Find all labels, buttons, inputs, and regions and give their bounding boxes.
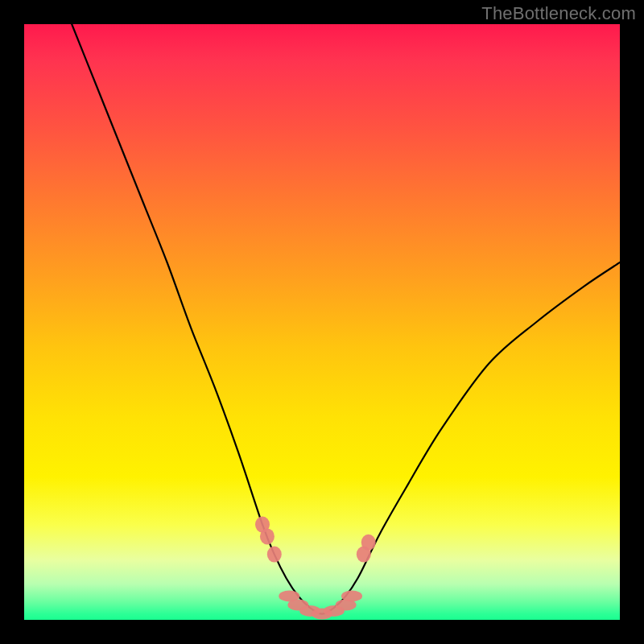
valley-marker	[361, 535, 376, 551]
valley-markers	[255, 517, 376, 620]
plot-area	[24, 24, 620, 620]
chart-svg	[24, 24, 620, 620]
bottleneck-curve-path	[72, 24, 620, 614]
chart-frame: TheBottleneck.com	[0, 0, 644, 644]
valley-marker	[267, 547, 282, 563]
bottleneck-curve	[72, 24, 620, 614]
watermark-text: TheBottleneck.com	[481, 3, 636, 24]
valley-marker	[341, 590, 362, 601]
valley-marker	[260, 528, 275, 544]
